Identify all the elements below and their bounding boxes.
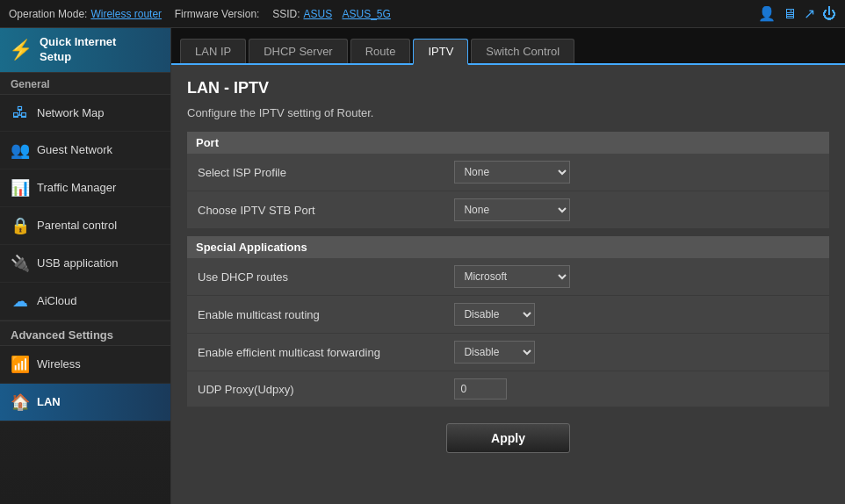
table-row-multicast-routing: Enable multicast routing Disable (187, 296, 829, 334)
table-row-dhcp-routes: Use DHCP routes Microsoft (187, 258, 829, 296)
power-icon[interactable]: ⏻ (822, 6, 836, 22)
sidebar: ⚡ Quick InternetSetup General 🖧 Network … (0, 28, 171, 504)
page-content: LAN - IPTV Configure the IPTV setting of… (171, 65, 845, 504)
table-row-udp-proxy: UDP Proxy(Udpxy) (187, 371, 829, 407)
apply-btn-container: Apply (187, 414, 829, 462)
quick-internet-setup-button[interactable]: ⚡ Quick InternetSetup (0, 28, 170, 72)
tab-switch-control[interactable]: Switch Control (471, 39, 574, 63)
sidebar-item-guest-network[interactable]: 👥 Guest Network (0, 132, 170, 169)
isp-profile-label: Select ISP Profile (187, 154, 444, 191)
sidebar-item-label-network-map: Network Map (37, 106, 105, 119)
udp-proxy-label: UDP Proxy(Udpxy) (187, 371, 444, 407)
sidebar-item-label-usb-application: USB application (37, 256, 119, 270)
operation-mode-info: Operation Mode: Wireless router Firmware… (9, 8, 391, 20)
special-section-header: Special Applications (187, 236, 829, 258)
sidebar-item-label-parental-control: Parental control (37, 219, 117, 232)
dhcp-routes-select[interactable]: Microsoft (455, 266, 569, 287)
table-row-isp-profile: Select ISP Profile None (187, 154, 829, 191)
tab-lan-ip[interactable]: LAN IP (180, 39, 246, 63)
sidebar-item-wireless[interactable]: 📶 Wireless (0, 346, 170, 384)
tab-dhcp-server[interactable]: DHCP Server (249, 39, 348, 63)
page-description: Configure the IPTV setting of Router. (187, 106, 829, 119)
tab-route[interactable]: Route (350, 39, 411, 63)
top-bar-icons: 👤 🖥 ↗ ⏻ (758, 5, 836, 22)
efficient-multicast-select-wrapper: Disable (454, 341, 535, 364)
usb-application-icon: 🔌 (11, 254, 30, 273)
sidebar-item-usb-application[interactable]: 🔌 USB application (0, 245, 170, 283)
sidebar-item-traffic-manager[interactable]: 📊 Traffic Manager (0, 169, 170, 207)
sidebar-item-network-map[interactable]: 🖧 Network Map (0, 95, 170, 132)
wireless-icon: 📶 (11, 355, 30, 374)
udp-proxy-input[interactable] (454, 378, 507, 400)
main-layout: ⚡ Quick InternetSetup General 🖧 Network … (0, 28, 845, 504)
quick-setup-label: Quick InternetSetup (40, 35, 116, 65)
iptv-stb-port-select[interactable]: None (455, 199, 569, 220)
table-row-efficient-multicast: Enable efficient multicast forwarding Di… (187, 334, 829, 371)
page-title: LAN - IPTV (187, 79, 829, 97)
sidebar-item-lan[interactable]: 🏠 LAN (0, 384, 170, 421)
tab-iptv[interactable]: IPTV (413, 39, 468, 65)
aicloud-icon: ☁ (11, 292, 30, 311)
advanced-settings-section-label: Advanced Settings (0, 320, 170, 346)
apply-button[interactable]: Apply (446, 423, 570, 453)
traffic-manager-icon: 📊 (11, 178, 30, 198)
efficient-multicast-select[interactable]: Disable (455, 342, 534, 363)
multicast-routing-select[interactable]: Disable (455, 304, 534, 325)
sidebar-item-label-lan: LAN (37, 395, 61, 408)
sidebar-item-aicloud[interactable]: ☁ AiCloud (0, 283, 170, 320)
ssid-value1[interactable]: ASUS (303, 8, 332, 20)
share-icon[interactable]: ↗ (804, 5, 815, 22)
operation-value[interactable]: Wireless router (90, 8, 162, 20)
network-map-icon: 🖧 (11, 104, 30, 122)
lan-icon: 🏠 (11, 392, 30, 412)
guest-network-icon: 👥 (11, 140, 30, 160)
router-icon[interactable]: 🖥 (783, 6, 797, 22)
general-section-label: General (0, 72, 170, 95)
multicast-routing-label: Enable multicast routing (187, 296, 444, 334)
sidebar-item-label-traffic-manager: Traffic Manager (37, 181, 116, 194)
setup-icon: ⚡ (9, 39, 32, 61)
port-section-header: Port (187, 132, 829, 154)
dhcp-routes-label: Use DHCP routes (187, 258, 444, 296)
iptv-stb-port-select-wrapper: None (454, 198, 570, 221)
efficient-multicast-label: Enable efficient multicast forwarding (187, 334, 444, 371)
special-settings-table: Use DHCP routes Microsoft Enable multica… (187, 258, 829, 407)
ssid-label: SSID: (272, 8, 300, 20)
table-row-iptv-stb-port: Choose IPTV STB Port None (187, 191, 829, 229)
tab-bar: LAN IP DHCP Server Route IPTV Switch Con… (171, 28, 845, 65)
ssid-value2[interactable]: ASUS_5G (343, 8, 391, 20)
user-icon[interactable]: 👤 (758, 5, 776, 22)
main-content: LAN IP DHCP Server Route IPTV Switch Con… (171, 28, 845, 504)
iptv-stb-port-label: Choose IPTV STB Port (187, 191, 444, 229)
dhcp-routes-select-wrapper: Microsoft (454, 265, 570, 288)
sidebar-item-label-wireless: Wireless (37, 357, 81, 371)
isp-profile-select-wrapper: None (454, 161, 570, 184)
isp-profile-select[interactable]: None (455, 162, 569, 183)
sidebar-item-label-guest-network: Guest Network (37, 143, 112, 156)
sidebar-item-label-aicloud: AiCloud (37, 294, 77, 307)
operation-label: Operation Mode: (9, 8, 87, 20)
sidebar-item-parental-control[interactable]: 🔒 Parental control (0, 207, 170, 245)
port-settings-table: Select ISP Profile None Choose IPTV STB … (187, 154, 829, 229)
top-bar: Operation Mode: Wireless router Firmware… (0, 0, 845, 28)
parental-control-icon: 🔒 (11, 216, 30, 235)
firmware-label: Firmware Version: (175, 8, 260, 20)
multicast-routing-select-wrapper: Disable (454, 303, 535, 326)
